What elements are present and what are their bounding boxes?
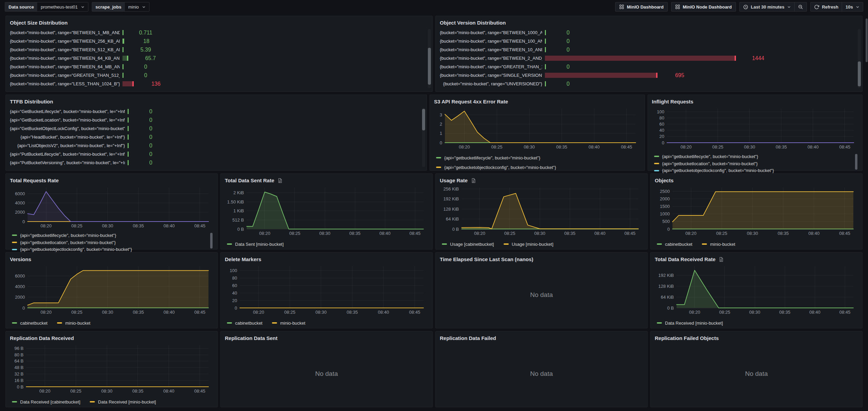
- chart-delete-markers[interactable]: 02040608010008:2008:2508:3008:3508:4008:…: [225, 264, 428, 317]
- svg-text:0: 0: [440, 140, 442, 145]
- legend-item[interactable]: cabinetbucket: [12, 319, 47, 327]
- legend-item[interactable]: Data Sent [minio-bucket]: [227, 240, 284, 248]
- panel-scrollbar[interactable]: [428, 29, 431, 88]
- bargauge-row: {bucket="minio-bucket", range="BETWEEN_5…: [10, 45, 422, 54]
- chart-objects[interactable]: 0500100015002000250008:2008:2508:3008:35…: [655, 185, 858, 239]
- panel-scrollbar-thumb[interactable]: [428, 48, 431, 84]
- svg-text:2000: 2000: [15, 295, 25, 300]
- panel-scrollbar-thumb[interactable]: [858, 61, 861, 86]
- chart-total-data-received-rate[interactable]: 0 B64 KiB128 KiB192 KiB08:2008:2508:3008…: [655, 264, 858, 317]
- panel-title[interactable]: Object Size Distribution: [10, 19, 68, 27]
- panel-title[interactable]: TTFB Distribution: [10, 98, 53, 106]
- panel-description-icon[interactable]: [277, 178, 283, 183]
- chart-total-data-sent-rate[interactable]: 0 B512 B1 KiB1.50 KiB2 KiB08:2008:2508:3…: [225, 185, 428, 239]
- panel-title[interactable]: Objects: [655, 176, 674, 185]
- panel-title[interactable]: Total Data Received Rate: [655, 255, 715, 264]
- legend-item[interactable]: {api="getbucketlifecycle", bucket="minio…: [654, 153, 858, 160]
- page-scrollbar[interactable]: [866, 18, 868, 62]
- svg-text:08:20: 08:20: [41, 310, 52, 315]
- legend-item[interactable]: {api="getbucketlifecycle", bucket="minio…: [436, 153, 640, 162]
- panel-title[interactable]: Time Elapsed Since Last Scan (nanos): [440, 255, 533, 264]
- refresh-button[interactable]: Refresh: [811, 2, 842, 11]
- dashboard-row: TTFB Distribution{api="GetBucketLifecycl…: [5, 95, 863, 171]
- legend-item[interactable]: {api="getbucketobjectlockconfig", bucket…: [12, 246, 213, 253]
- panel-versions: Versions020004000600008:2008:2508:3008:3…: [5, 252, 218, 328]
- legend-item[interactable]: minio-bucket: [272, 319, 305, 327]
- panel-title[interactable]: Total Requests Rate: [10, 176, 59, 185]
- svg-text:80: 80: [232, 275, 237, 281]
- minio-node-dashboard-link[interactable]: MinIO Node Dashboard: [671, 2, 736, 12]
- bargauge-bar: [128, 134, 129, 140]
- legend-item[interactable]: minio-bucket: [702, 240, 735, 248]
- svg-text:0 B: 0 B: [667, 306, 674, 311]
- legend-item[interactable]: Data Received [minio-bucket]: [90, 398, 156, 406]
- svg-text:08:25: 08:25: [504, 231, 516, 236]
- datasource-select[interactable]: prometheus-test01: [37, 2, 88, 11]
- dashboard-row: Object Size Distribution{bucket="minio-b…: [5, 16, 863, 92]
- legend-scrollbar[interactable]: [855, 154, 857, 170]
- panel-title[interactable]: Object Version Distribution: [440, 19, 506, 27]
- svg-text:2: 2: [440, 122, 442, 127]
- chart-inflight-requests[interactable]: 02040608010008:2008:2508:3008:3508:4008:…: [652, 107, 858, 152]
- minio-dashboard-link[interactable]: MinIO Dashboard: [615, 2, 668, 12]
- chart-s3-api-request-4xx-error-rate[interactable]: 012308:2008:2508:3008:3508:4008:45: [434, 107, 640, 152]
- panel-description-icon[interactable]: [719, 257, 724, 262]
- zoom-out-button[interactable]: [794, 2, 807, 11]
- legend-item[interactable]: {api="getbucketlocation", bucket="minio-…: [654, 160, 858, 167]
- refresh-icon: [814, 4, 819, 10]
- panel-title[interactable]: Total Data Sent Rate: [225, 176, 274, 185]
- svg-text:08:40: 08:40: [594, 231, 606, 236]
- bargauge-value: 65.7: [136, 55, 165, 62]
- panel-title[interactable]: Replication Data Failed: [440, 334, 496, 342]
- panel-title[interactable]: Usage Rate: [440, 176, 468, 185]
- legend-item[interactable]: {api="getbucketlifecycle", bucket="minio…: [12, 232, 213, 239]
- svg-text:0: 0: [23, 219, 25, 224]
- panel-title[interactable]: Inflight Requests: [652, 98, 694, 106]
- scrape-jobs-select[interactable]: minio: [125, 2, 149, 11]
- chart-usage-rate[interactable]: 0 B64 KiB128 KiB192 KiB256 KiB08:2008:25…: [440, 185, 643, 239]
- chart-replication-data-received[interactable]: 0 B16 B32 B48 B64 B80 B96 B08:2008:2508:…: [10, 343, 213, 396]
- no-data-message: No data: [655, 342, 858, 405]
- legend-series-label: {api="getbucketlocation", bucket="minio-…: [20, 240, 116, 245]
- legend-item[interactable]: {api="getbucketlocation", bucket="minio-…: [12, 239, 213, 246]
- bargauge-row-label: {api="GetBucketLifecycle", bucket="minio…: [10, 109, 125, 114]
- svg-text:08:25: 08:25: [71, 223, 83, 228]
- panel-title[interactable]: Delete Markers: [225, 255, 261, 264]
- legend-series-label: {api="getbucketobjectlockconfig", bucket…: [662, 168, 774, 173]
- legend-item[interactable]: Usage [minio-bucket]: [504, 240, 553, 248]
- legend-series-color: [90, 401, 95, 402]
- legend-item[interactable]: {api="getbucketobjectlockconfig", bucket…: [436, 162, 640, 172]
- svg-text:08:45: 08:45: [624, 231, 636, 236]
- refresh-interval-select[interactable]: 10s: [842, 2, 863, 11]
- legend-item[interactable]: cabinetbucket: [657, 240, 692, 248]
- legend-series-color: [702, 243, 707, 245]
- legend-item[interactable]: Usage [cabinetbucket]: [442, 240, 494, 248]
- bargauge-row-label: {api="PutBucketLifecycle", bucket="minio…: [10, 152, 125, 157]
- chart-total-requests-rate[interactable]: 020004000600008:2008:2508:3008:3508:4008…: [10, 185, 213, 231]
- legend-item[interactable]: Data Received [cabinetbucket]: [12, 398, 80, 406]
- legend: {api="getbucketlifecycle", bucket="minio…: [652, 153, 858, 174]
- legend-series-label: cabinetbucket: [20, 321, 47, 326]
- panel-title[interactable]: Replication Data Received: [10, 334, 74, 342]
- time-range-picker[interactable]: Last 30 minutes: [740, 2, 794, 11]
- chart-versions[interactable]: 020004000600008:2008:2508:3008:3508:4008…: [10, 264, 213, 317]
- svg-text:08:35: 08:35: [132, 388, 144, 394]
- legend-item[interactable]: cabinetbucket: [227, 319, 262, 327]
- panel-title[interactable]: S3 API Request 4xx Error Rate: [434, 98, 508, 106]
- bargauge-row: {bucket="minio-bucket", range="BETWEEN_6…: [10, 54, 422, 62]
- panel-scrollbar[interactable]: [858, 29, 861, 88]
- panel-title[interactable]: Replication Data Sent: [225, 334, 277, 342]
- legend-scrollbar[interactable]: [210, 233, 213, 249]
- panel-title[interactable]: Versions: [10, 255, 31, 264]
- panel-description-icon[interactable]: [471, 178, 476, 183]
- legend-item[interactable]: {api="getbucketobjectlockconfig", bucket…: [654, 167, 858, 174]
- legend-item[interactable]: Data Received [minio-bucket]: [657, 319, 723, 327]
- panel-scrollbar[interactable]: [422, 108, 425, 167]
- panel-scrollbar-thumb[interactable]: [422, 109, 425, 130]
- svg-text:08:40: 08:40: [589, 144, 600, 150]
- legend-item[interactable]: minio-bucket: [57, 319, 90, 327]
- bargauge-row-label: {bucket="minio-bucket", range="BETWEEN_1…: [440, 39, 542, 44]
- panel-title[interactable]: Replication Failed Objects: [655, 334, 719, 342]
- panel-s3-api-request-4xx-error-rate: S3 API Request 4xx Error Rate012308:2008…: [430, 95, 645, 171]
- link-label: MinIO Dashboard: [627, 4, 664, 10]
